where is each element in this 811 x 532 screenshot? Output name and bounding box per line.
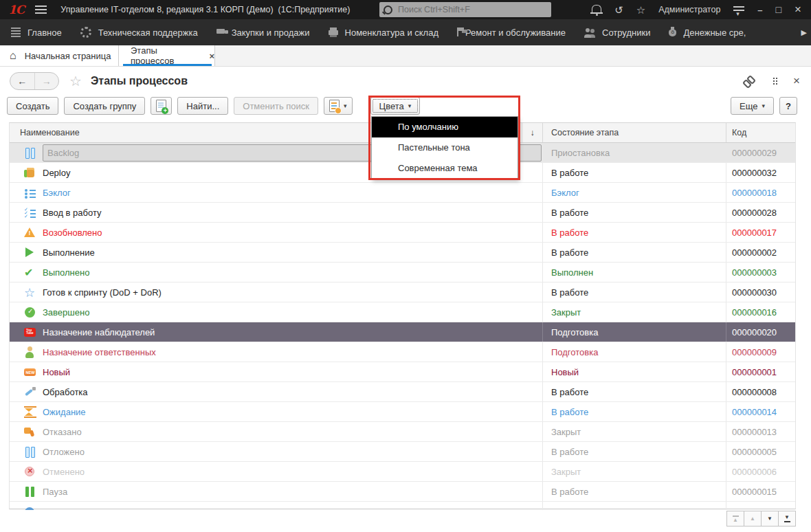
table-row[interactable]: Отказано Закрыт 000000013 <box>10 422 795 442</box>
row-name: Отменено <box>43 467 85 477</box>
history-icon[interactable] <box>614 5 623 15</box>
status-cell: В работе <box>542 442 726 461</box>
code-cell: 000000016 <box>726 302 795 322</box>
back-button[interactable]: ← <box>10 73 35 89</box>
table-row-partial[interactable] <box>10 502 795 510</box>
row-name: Выполнено <box>43 267 89 278</box>
status-cell <box>542 502 726 510</box>
titlebar: 1С Управление IT-отделом 8, редакция 3.1… <box>0 0 811 19</box>
menu-item-pastel[interactable]: Пастельные тона <box>372 137 518 158</box>
tab-close-icon[interactable]: × <box>209 51 214 61</box>
flags-icon <box>457 27 458 36</box>
people-icon <box>584 28 595 36</box>
button-label: Создать <box>16 101 49 111</box>
tab-home-page[interactable]: Начальная страница <box>0 45 119 66</box>
status-cell: Новый <box>542 362 726 381</box>
tab-process-stages[interactable]: Этапы процессов × <box>119 45 215 66</box>
scroll-top-button[interactable]: ▲ <box>726 511 744 527</box>
row-name: Ввод в работу <box>43 208 102 218</box>
circle-blue-icon <box>24 505 36 510</box>
table-row[interactable]: Возобновлено В работе 000000017 <box>10 223 795 243</box>
section-menubar: Главное Техническая поддержка Закупки и … <box>0 19 811 45</box>
table-row[interactable]: Завершено Закрыт 000000016 <box>10 302 795 322</box>
section-purchases-sales[interactable]: Закупки и продажи <box>216 27 310 38</box>
report-dropdown-button[interactable]: ▾ <box>324 97 353 115</box>
new-badge-icon <box>24 366 36 378</box>
name-cell: Назначение ответственных <box>10 342 542 362</box>
table-row[interactable]: Новый Новый 000000001 <box>10 362 795 382</box>
table-row[interactable]: Бэклог Бэклог 000000018 <box>10 183 795 203</box>
name-cell: Ввод в работу <box>10 203 542 222</box>
create-copy-button[interactable] <box>151 97 172 115</box>
menu-item-modern[interactable]: Современная тема <box>372 158 518 179</box>
titlebar-left: 1С Управление IT-отделом 8, редакция 3.1… <box>0 0 350 19</box>
warning-icon <box>24 227 36 239</box>
row-name: Deploy <box>43 168 70 178</box>
more-actions-button[interactable]: Еще ▾ <box>731 97 774 115</box>
forward-button[interactable]: → <box>35 73 59 89</box>
favorites-star-icon[interactable] <box>636 5 645 15</box>
code-cell: 000000006 <box>726 462 795 481</box>
scroll-down-button[interactable]: ▼ <box>761 511 779 527</box>
user-name[interactable]: Администратор <box>658 5 720 14</box>
status-cell: В работе <box>542 402 726 421</box>
section-nomenclature[interactable]: Номенклатура и склад <box>329 27 438 38</box>
minimize-button[interactable] <box>757 5 762 14</box>
favorite-star-icon[interactable]: ☆ <box>69 73 82 89</box>
thumbs-down-icon <box>24 426 36 438</box>
find-button[interactable]: Найти... <box>177 97 228 115</box>
main-menu-icon[interactable] <box>35 5 47 7</box>
youtube-icon <box>24 326 36 338</box>
menu-overflow-arrow[interactable]: ▶ <box>801 28 807 37</box>
section-main[interactable]: Главное <box>11 27 62 38</box>
settings-tuner-icon[interactable] <box>733 6 744 8</box>
link-icon[interactable] <box>744 76 755 87</box>
notifications-bell-icon[interactable] <box>592 5 601 12</box>
form-close-icon[interactable]: × <box>793 74 800 88</box>
create-button[interactable]: Создать <box>7 97 58 115</box>
table-row[interactable]: Выполнено Выполнен 000000003 <box>10 263 795 282</box>
table-row[interactable]: Ввод в работу В работе 000000028 <box>10 203 795 223</box>
global-search-input[interactable]: Поиск Ctrl+Shift+F <box>379 2 551 17</box>
table-row[interactable]: Выполнение В работе 000000002 <box>10 243 795 263</box>
name-cell: Новый <box>10 362 542 381</box>
cancel-search-button[interactable]: Отменить поиск <box>234 97 318 115</box>
table-row-selected[interactable]: Назначение наблюдателей Подготовка 00000… <box>10 322 795 342</box>
sort-indicator-icon[interactable]: ↓ <box>522 123 542 142</box>
code-cell: 000000030 <box>726 282 795 302</box>
status-cell: В работе <box>542 382 726 401</box>
maximize-button[interactable] <box>776 5 781 14</box>
row-name: Бэклог <box>43 188 71 198</box>
table-row[interactable]: Назначение ответственных Подготовка 0000… <box>10 342 795 362</box>
column-header-code[interactable]: Код <box>726 123 795 142</box>
code-cell: 000000005 <box>726 442 795 461</box>
scroll-up-button[interactable]: ▲ <box>744 511 762 527</box>
hourglass-icon <box>24 406 36 418</box>
code-cell: 000000032 <box>726 163 795 182</box>
menu-item-default[interactable]: По умолчанию <box>372 117 518 137</box>
name-cell <box>10 502 542 510</box>
section-employees[interactable]: Сотрудники <box>584 27 650 38</box>
section-tech-support[interactable]: Техническая поддержка <box>80 27 198 38</box>
help-button[interactable]: ? <box>779 97 797 115</box>
colors-dropdown-button[interactable]: Цвета ▾ <box>370 97 421 115</box>
page-header: ← → ☆ Этапы процессов × <box>0 67 811 96</box>
row-name: Назначение наблюдателей <box>43 327 155 337</box>
section-money[interactable]: Денежные сре, <box>669 27 746 38</box>
section-repair-service[interactable]: Ремонт и обслуживание <box>457 27 566 38</box>
name-cell: Пауза <box>10 482 542 501</box>
table-row[interactable]: Отложено В работе 000000005 <box>10 442 795 462</box>
more-dots-icon[interactable] <box>773 78 775 79</box>
row-name: Завершено <box>43 307 89 318</box>
table-row[interactable]: Обработка В работе 000000008 <box>10 382 795 402</box>
support-icon <box>80 27 91 38</box>
table-row[interactable]: Отменено Закрыт 000000006 <box>10 462 795 482</box>
table-row[interactable]: Пауза В работе 000000015 <box>10 482 795 502</box>
scroll-bottom-button[interactable]: ▼ <box>778 511 796 527</box>
create-group-button[interactable]: Создать группу <box>64 97 145 115</box>
column-header-status[interactable]: Состояние этапа <box>542 123 726 142</box>
titlebar-right: Администратор <box>592 0 811 19</box>
window-close-button[interactable] <box>795 5 801 14</box>
table-row[interactable]: Ожидание В работе 000000014 <box>10 402 795 422</box>
table-row[interactable]: Готов к спринту (DoD + DoR) В работе 000… <box>10 282 795 302</box>
